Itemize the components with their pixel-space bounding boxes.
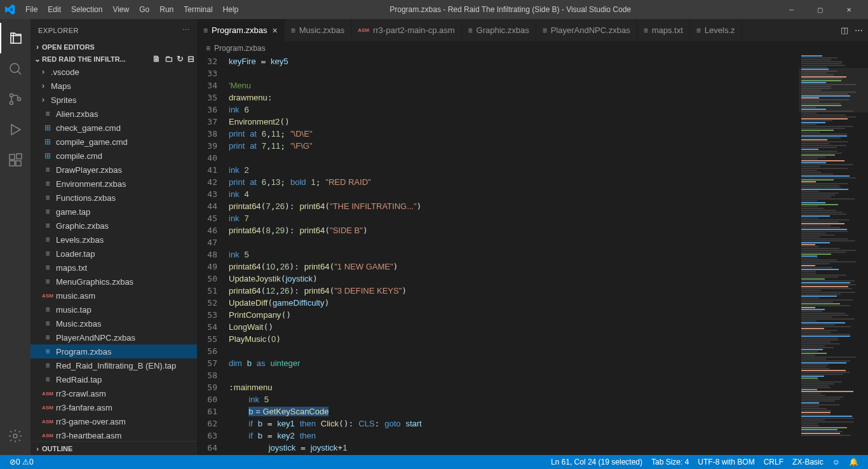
file-icon: ≡ <box>42 235 53 244</box>
menu-run[interactable]: Run <box>154 5 179 14</box>
breadcrumb[interactable]: ≡ Program.zxbas <box>197 41 868 55</box>
file-item[interactable]: ≡Alien.zxbas <box>31 107 197 121</box>
file-item[interactable]: ≡Red_Raid_Infiltrating_B (EN).tap <box>31 358 197 372</box>
activity-bar <box>0 19 31 455</box>
extensions-icon[interactable] <box>0 145 31 175</box>
file-item[interactable]: ASMrr3-game-over.asm <box>31 414 197 428</box>
file-item[interactable]: ≡Loader.tap <box>31 247 197 261</box>
run-debug-icon[interactable] <box>0 114 31 145</box>
file-icon: ≡ <box>291 26 295 35</box>
menu-edit[interactable]: Edit <box>43 5 66 14</box>
menu-file[interactable]: File <box>20 5 43 14</box>
menu-bar: FileEditSelectionViewGoRunTerminalHelp <box>20 5 243 14</box>
file-icon: ≡ <box>543 26 547 35</box>
close-button[interactable]: ✕ <box>834 0 863 19</box>
encoding[interactable]: UTF-8 with BOM <box>693 458 759 466</box>
svg-rect-6 <box>10 161 15 166</box>
status-bar: ⊘ 0 ⚠ 0 Ln 61, Col 24 (19 selected) Tab … <box>0 455 868 469</box>
language-mode[interactable]: ZX-Basic <box>788 458 828 466</box>
project-section[interactable]: ⌄ RED RAID THE INFILTR... 🗎 🗀 ↻ ⊟ <box>31 53 197 65</box>
file-icon: ASM <box>42 433 53 438</box>
file-item[interactable]: ⊞check_game.cmd <box>31 121 197 135</box>
settings-gear-icon[interactable] <box>0 421 31 451</box>
file-item[interactable]: ≡MenuGraphics.zxbas <box>31 275 197 289</box>
folder-item[interactable]: ›Maps <box>31 79 197 93</box>
file-icon: ASM <box>42 391 53 397</box>
file-icon: ≡ <box>42 319 53 328</box>
editor-area: ≡Program.zxbas×≡Music.zxbasASMrr3-part2-… <box>197 19 868 455</box>
tab-graphic-zxbas[interactable]: ≡Graphic.zxbas <box>462 19 536 41</box>
more-actions-icon[interactable]: ⋯ <box>855 25 863 35</box>
tab-playerandnpc-zxbas[interactable]: ≡PlayerAndNPC.zxbas <box>536 19 637 41</box>
file-item[interactable]: ⊞compile_game.cmd <box>31 135 197 149</box>
file-item[interactable]: ≡DrawPlayer.zxbas <box>31 163 197 177</box>
menu-view[interactable]: View <box>107 5 134 14</box>
file-item[interactable]: ≡Graphic.zxbas <box>31 219 197 233</box>
eol[interactable]: CRLF <box>759 458 788 466</box>
chevron-down-icon: ⌄ <box>33 55 42 64</box>
sidebar: EXPLORER ⋯ ›OPEN EDITORS ⌄ RED RAID THE … <box>31 19 197 455</box>
collapse-icon[interactable]: ⊟ <box>187 54 194 64</box>
file-item[interactable]: ASMrr3-fanfare.asm <box>31 400 197 414</box>
maximize-button[interactable]: ▢ <box>806 0 834 19</box>
code-editor[interactable]: 32 33 34 35 36 37 38 39 40 41 42 43 44 4… <box>197 55 868 455</box>
minimap[interactable] <box>798 55 868 455</box>
notifications-icon[interactable]: 🔔 <box>844 458 863 466</box>
explorer-icon[interactable] <box>0 23 31 53</box>
chevron-right-icon: › <box>33 43 42 51</box>
file-icon: ≡ <box>42 333 53 342</box>
file-item[interactable]: ≡Environment.zxbas <box>31 177 197 191</box>
feedback-icon[interactable]: ☺ <box>828 458 844 466</box>
sidebar-more-icon[interactable]: ⋯ <box>182 26 190 34</box>
chevron-right-icon: › <box>33 445 42 452</box>
file-item[interactable]: ≡Functions.zxbas <box>31 191 197 205</box>
tab-levels-z[interactable]: ≡Levels.z <box>690 19 742 41</box>
cursor-position[interactable]: Ln 61, Col 24 (19 selected) <box>546 458 647 466</box>
file-item[interactable]: ≡Levels.zxbas <box>31 233 197 247</box>
file-item[interactable]: ASMmusic.asm <box>31 289 197 302</box>
tab-program-zxbas[interactable]: ≡Program.zxbas× <box>197 19 285 41</box>
folder-item[interactable]: ›Sprites <box>31 93 197 107</box>
file-icon: ASM <box>42 293 53 299</box>
menu-selection[interactable]: Selection <box>66 5 107 14</box>
file-item[interactable]: ≡maps.txt <box>31 261 197 275</box>
close-tab-icon[interactable]: × <box>272 25 277 36</box>
errors-item[interactable]: ⊘ 0 ⚠ 0 <box>5 458 38 466</box>
tab-maps-txt[interactable]: ≡maps.txt <box>637 19 690 41</box>
file-item[interactable]: ≡game.tap <box>31 205 197 219</box>
search-icon[interactable] <box>0 53 31 84</box>
file-icon: ≡ <box>42 221 53 230</box>
file-item[interactable]: ≡Program.zxbas <box>31 344 197 358</box>
file-item[interactable]: ≡PlayerAndNPC.zxbas <box>31 330 197 344</box>
file-item[interactable]: ASMrr3-heartbeat.asm <box>31 428 197 442</box>
file-item[interactable]: ASMrr3-crawl.asm <box>31 386 197 400</box>
minimize-button[interactable]: ─ <box>777 0 806 19</box>
file-item[interactable]: ≡music.tap <box>31 302 197 316</box>
tab-size[interactable]: Tab Size: 4 <box>647 458 693 466</box>
tab-rr3-part2-main-cp-asm[interactable]: ASMrr3-part2-main-cp.asm <box>351 19 461 41</box>
menu-terminal[interactable]: Terminal <box>179 5 217 14</box>
file-item[interactable]: ≡Music.zxbas <box>31 316 197 330</box>
source-control-icon[interactable] <box>0 84 31 114</box>
file-icon: ≡ <box>42 361 53 370</box>
file-item[interactable]: ≡RedRaid.tap <box>31 372 197 386</box>
open-editors-section[interactable]: ›OPEN EDITORS <box>31 41 197 53</box>
file-icon: ≡ <box>468 26 473 35</box>
new-folder-icon[interactable]: 🗀 <box>165 54 173 64</box>
refresh-icon[interactable]: ↻ <box>177 54 184 64</box>
vscode-logo-icon <box>5 4 15 15</box>
chevron-right-icon: › <box>42 81 51 90</box>
file-icon: ≡ <box>42 193 53 202</box>
outline-section[interactable]: ›OUTLINE <box>31 441 197 455</box>
svg-line-1 <box>18 71 21 74</box>
sidebar-header: EXPLORER ⋯ <box>31 19 197 41</box>
file-item[interactable]: ⊞compile.cmd <box>31 149 197 163</box>
menu-go[interactable]: Go <box>134 5 154 14</box>
new-file-icon[interactable]: 🗎 <box>153 54 161 64</box>
folder-item[interactable]: ›.vscode <box>31 65 197 79</box>
code-content[interactable]: keyFire = key5 'Menu drawmenu: ink 6 Env… <box>229 55 798 455</box>
split-editor-icon[interactable]: ◫ <box>841 25 848 35</box>
menu-help[interactable]: Help <box>218 5 244 14</box>
tab-music-zxbas[interactable]: ≡Music.zxbas <box>285 19 352 41</box>
window-controls: ─ ▢ ✕ <box>777 0 863 19</box>
